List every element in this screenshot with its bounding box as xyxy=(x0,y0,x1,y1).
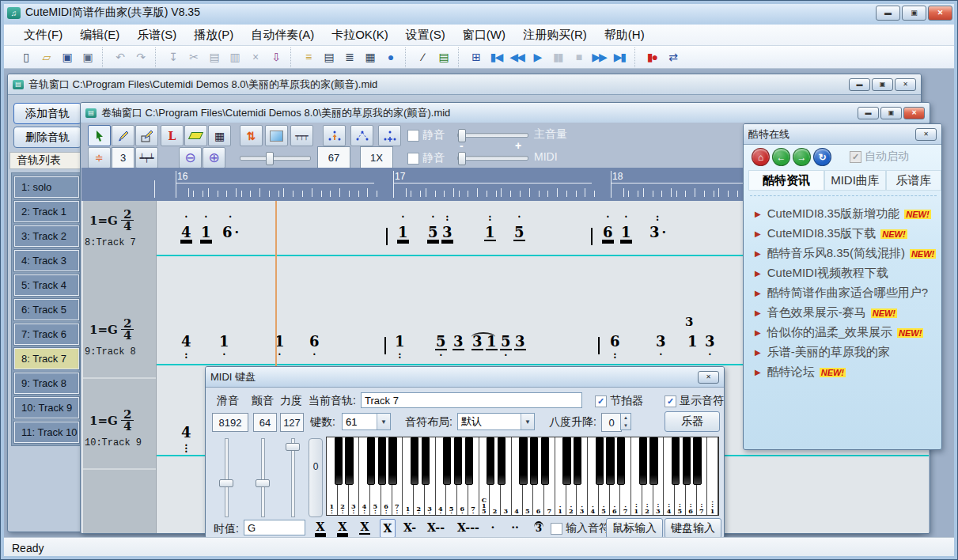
black-key[interactable] xyxy=(378,437,386,485)
beat-ruler-icon[interactable]: ┷┯┷ xyxy=(135,147,158,168)
import-icon[interactable]: ⇩ xyxy=(266,47,285,66)
duration-input[interactable] xyxy=(244,520,305,535)
online-link[interactable]: ▶恰似你的温柔_效果展示NEW! xyxy=(755,325,923,340)
back-icon[interactable]: ← xyxy=(772,148,790,166)
menu-item-3[interactable]: 播放(P) xyxy=(185,26,242,44)
mouse-input-button[interactable]: 鼠标输入 xyxy=(606,518,663,539)
note[interactable]: ··3· xyxy=(649,215,666,244)
online-titlebar[interactable]: 酷特在线 ✕ xyxy=(744,124,941,145)
note[interactable]: ·1 xyxy=(397,215,409,244)
score-view-icon[interactable]: ▤ xyxy=(319,47,338,66)
scroll-win-minimize-button[interactable]: ▬ xyxy=(858,107,879,119)
track-item-5[interactable]: 5: Track 4 xyxy=(14,274,79,296)
menu-item-4[interactable]: 自动伴奏(A) xyxy=(242,26,323,44)
close-button[interactable]: ✕ xyxy=(928,6,952,21)
note[interactable]: ·1 xyxy=(200,215,212,244)
black-key[interactable] xyxy=(606,437,614,485)
note[interactable]: 1·· xyxy=(394,324,406,359)
white-key[interactable]: ···1 xyxy=(707,437,718,515)
track-item-4[interactable]: 4: Track 3 xyxy=(14,250,79,271)
black-key[interactable] xyxy=(596,437,604,485)
layout-dropdown[interactable]: 默认▼ xyxy=(457,413,535,430)
save-icon[interactable]: ▣ xyxy=(57,47,76,66)
note[interactable]: 3· xyxy=(655,324,667,356)
online-link[interactable]: ▶酷特简谱作曲家适合哪些用户? xyxy=(755,286,928,301)
online-tab-1[interactable]: MIDI曲库 xyxy=(824,170,886,191)
pitch-bend-slider[interactable] xyxy=(217,438,234,516)
record-icon[interactable]: ▮● xyxy=(642,47,661,66)
scroll-win-restore-button[interactable]: ▣ xyxy=(880,107,902,119)
open-file-icon[interactable]: ▱ xyxy=(36,47,55,66)
menu-item-1[interactable]: 编辑(E) xyxy=(71,26,128,44)
add-track-button[interactable]: 添加音轨 xyxy=(13,103,81,124)
autostart-checkbox[interactable]: ✓ xyxy=(850,151,861,163)
keys-dropdown[interactable]: 61▼ xyxy=(342,413,391,430)
fast-forward-icon[interactable]: ▶▶ xyxy=(589,47,608,66)
track-item-2[interactable]: 2: Track 1 xyxy=(14,201,79,222)
delete-track-button[interactable]: 删除音轨 xyxy=(13,127,81,148)
black-key[interactable] xyxy=(345,437,353,485)
note[interactable]: ··1 xyxy=(484,215,496,244)
menu-item-8[interactable]: 注册购买(R) xyxy=(514,26,596,44)
zoom-slider[interactable] xyxy=(240,156,311,161)
black-key[interactable] xyxy=(335,437,343,485)
black-key[interactable] xyxy=(519,437,527,485)
black-key[interactable] xyxy=(422,437,430,485)
track-item-7[interactable]: 7: Track 6 xyxy=(14,324,79,345)
note[interactable]: 5· xyxy=(500,324,512,357)
midi-volume-slider[interactable] xyxy=(457,156,528,161)
black-key[interactable] xyxy=(574,437,581,485)
dur-32nd-button[interactable]: X xyxy=(335,519,350,536)
note[interactable]: ··3 xyxy=(441,215,453,244)
note[interactable]: ·6· xyxy=(222,215,239,244)
octave-shift-value[interactable]: 0 xyxy=(601,413,622,432)
black-key[interactable] xyxy=(541,437,549,485)
save-all-icon[interactable]: ▣ xyxy=(78,47,97,66)
octave-spinner[interactable]: ▲▼ xyxy=(620,413,631,430)
black-key[interactable] xyxy=(683,437,691,485)
midi-kbd-titlebar[interactable]: MIDI 键盘 ✕ xyxy=(206,367,724,388)
online-link[interactable]: ▶CuteMIDI8.35版下载NEW! xyxy=(755,226,907,241)
online-tab-2[interactable]: 乐谱库 xyxy=(886,170,941,191)
scroll-window-titlebar[interactable]: ▤ 卷轴窗口 C:\Program Files\Cutemidi Demos 8… xyxy=(81,103,930,123)
black-key[interactable] xyxy=(617,437,625,485)
track-item-3[interactable]: 3: Track 2 xyxy=(14,225,79,247)
track-item-1[interactable]: 1: solo xyxy=(14,176,79,198)
black-key[interactable] xyxy=(649,437,657,485)
scroll-win-close-button[interactable]: ✕ xyxy=(903,107,925,119)
black-key[interactable] xyxy=(498,437,506,485)
pencil-select-tool-icon[interactable] xyxy=(135,125,158,146)
black-key[interactable] xyxy=(465,437,473,485)
input-note-checkbox[interactable] xyxy=(551,523,562,535)
note[interactable]: 4·· xyxy=(180,324,192,359)
play-icon[interactable]: ▶ xyxy=(528,47,547,66)
track-item-11[interactable]: 11: Track 10 xyxy=(14,422,79,443)
pencil-tool-icon[interactable] xyxy=(112,125,134,146)
record-pen-icon[interactable]: ∕ xyxy=(413,47,432,66)
go-first-icon[interactable]: ▮◀ xyxy=(487,47,506,66)
menu-item-0[interactable]: 文件(F) xyxy=(15,26,71,44)
note[interactable]: 5· xyxy=(435,324,447,357)
midi-kbd-close-button[interactable]: ✕ xyxy=(698,371,719,384)
mute-main-checkbox[interactable] xyxy=(407,130,419,142)
black-key[interactable] xyxy=(487,437,494,485)
note[interactable]: 3 xyxy=(452,324,464,354)
black-key[interactable] xyxy=(388,437,396,485)
player-panel-icon[interactable]: ⊞ xyxy=(466,47,485,66)
go-last-icon[interactable]: ▶▮ xyxy=(610,47,629,66)
eraser-tool-icon[interactable] xyxy=(184,125,207,146)
grid-tool-icon[interactable]: ▦ xyxy=(208,125,231,146)
track-win-close-button[interactable]: ✕ xyxy=(895,78,916,91)
track-win-restore-button[interactable]: ▣ xyxy=(872,78,893,91)
note[interactable]: ·5 xyxy=(427,215,439,244)
position-value-box[interactable]: 67 xyxy=(317,146,350,168)
black-key[interactable] xyxy=(411,437,418,485)
speed-value-box[interactable]: 1X xyxy=(360,146,393,168)
forward-icon[interactable]: → xyxy=(793,148,811,166)
menu-item-9[interactable]: 帮助(H) xyxy=(596,26,653,44)
loop-icon[interactable]: ⇄ xyxy=(663,47,682,66)
select-tool-icon[interactable] xyxy=(88,125,111,146)
note[interactable]: ·5 xyxy=(513,215,525,244)
dur-dotted-half-button[interactable]: X-- xyxy=(426,519,446,536)
zoom-out-icon[interactable]: ⊖ xyxy=(179,147,202,168)
